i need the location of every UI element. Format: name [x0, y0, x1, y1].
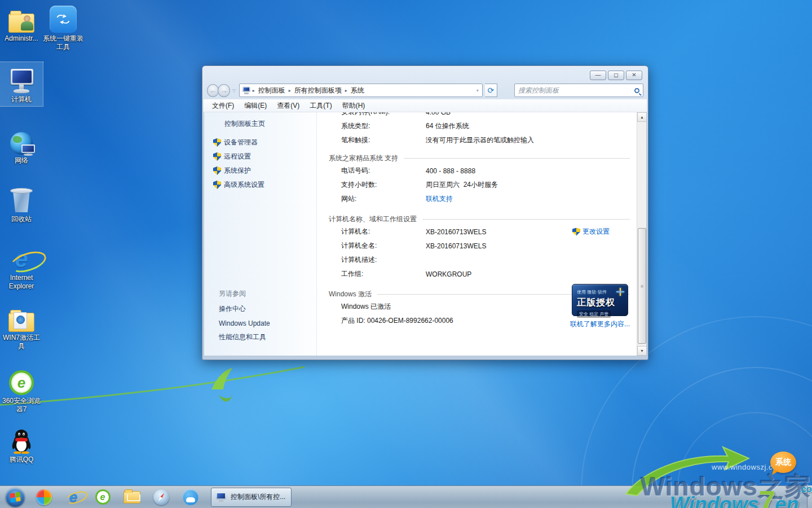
row-label: 计算机名: — [341, 227, 426, 237]
back-button[interactable]: ← — [207, 84, 219, 97]
scroll-up-icon[interactable]: ▲ — [637, 112, 647, 122]
sidebar-performance-tools[interactable]: 性能信息和工具 — [204, 330, 316, 344]
taskbar-ie-button[interactable]: e — [59, 487, 88, 507]
taskbar-360-browser-button[interactable]: e — [88, 487, 117, 507]
360-browser-icon: e — [9, 366, 34, 395]
badge-line3: 安全 稳定 声誉 — [577, 310, 611, 318]
crumb-separator-icon: ▸ — [288, 88, 292, 93]
support-section-header: 系统之家精品系统 支持 — [329, 152, 637, 164]
desktop-icon-administrator[interactable]: Administr... — [0, 3, 43, 43]
row-value: 产品 ID: 00426-OEM-8992662-00006 — [341, 316, 453, 326]
search-input[interactable] — [518, 86, 634, 94]
active-task-label: 控制面板\所有控... — [231, 492, 285, 502]
sidebar-device-manager[interactable]: 设备管理器 — [204, 135, 316, 150]
change-settings-link[interactable]: 更改设置 — [582, 227, 610, 237]
breadcrumb-system[interactable]: 系统 — [349, 85, 366, 97]
sidebar-item-label: 系统保护 — [224, 166, 251, 176]
network-globe-icon — [10, 125, 33, 155]
row-value: XB-20160713WELS — [426, 242, 486, 250]
desktop-icon-reinstall-tool[interactable]: 系统一键重装工具 — [42, 3, 85, 51]
section-title: Windows 激活 — [329, 290, 372, 299]
sidebar-item-label: 远程设置 — [224, 152, 251, 161]
window-content: 控制面板主页 设备管理器 远程设置 系统保护 — [204, 112, 647, 356]
taskbar: e e 控制面板\所有控... — [0, 485, 812, 508]
desktop-icon-label: 360安全浏览器7 — [1, 397, 42, 414]
row-label: 安装内存(RAM): — [341, 112, 426, 117]
control-panel-icon — [215, 492, 227, 502]
section-title: 计算机名称、域和工作组设置 — [329, 214, 417, 224]
maximize-button[interactable]: ◻ — [608, 71, 624, 80]
360-safety-icon — [36, 489, 52, 505]
breadcrumb-all-items[interactable]: 所有控制面板项 — [293, 85, 343, 97]
genuine-software-badge[interactable]: 使用 微软·软件 正版授权 安全 稳定 声誉 — [572, 284, 628, 316]
section-title: 系统之家精品系统 支持 — [329, 154, 398, 163]
uac-shield-icon — [213, 167, 221, 175]
refresh-button[interactable]: ⟳ — [485, 84, 497, 97]
crumb-separator-icon: ▸ — [252, 88, 255, 93]
close-button[interactable]: ✕ — [626, 71, 642, 80]
desktop-icon-label: 回收站 — [11, 215, 32, 224]
taskbar-qq-browser-button[interactable] — [176, 487, 205, 507]
sidebar-action-center[interactable]: 操作中心 — [204, 302, 316, 316]
taskbar-explorer-button[interactable] — [117, 487, 147, 507]
vertical-scrollbar[interactable]: ▲ ≡ ▼ — [637, 112, 646, 356]
start-button[interactable] — [6, 488, 25, 507]
desktop-icon-360-browser[interactable]: e 360安全浏览器7 — [0, 366, 43, 414]
windows-flag-icon — [10, 492, 20, 502]
scroll-down-icon[interactable]: ▼ — [637, 346, 647, 356]
row-label: 工作组: — [341, 269, 426, 279]
menu-file[interactable]: 文件(F) — [207, 99, 239, 112]
menu-help[interactable]: 帮助(H) — [337, 99, 370, 112]
sidebar-control-panel-home[interactable]: 控制面板主页 — [204, 112, 316, 129]
sidebar-item-label: 设备管理器 — [224, 138, 258, 147]
sidebar-remote-settings[interactable]: 远程设置 — [204, 150, 316, 164]
qq-browser-icon — [183, 489, 198, 505]
address-dropdown-icon[interactable]: ▾ — [476, 88, 479, 93]
see-also-header: 另请参阅 — [204, 289, 316, 302]
sidebar: 控制面板主页 设备管理器 远程设置 系统保护 — [204, 112, 317, 356]
taskbar-360-safety-button[interactable] — [29, 487, 59, 507]
minimize-button[interactable]: — — [590, 71, 606, 80]
row-label: 电话号码: — [341, 166, 426, 176]
window-titlebar[interactable]: — ◻ ✕ — [204, 66, 647, 82]
forward-button[interactable]: → — [218, 84, 230, 97]
breadcrumb-control-panel[interactable]: 控制面板 — [257, 85, 287, 97]
search-icon[interactable] — [634, 88, 639, 93]
learn-more-online-link[interactable]: 联机了解更多内容... — [570, 319, 630, 329]
menu-tools[interactable]: 工具(T) — [304, 99, 337, 112]
recent-pages-dropdown-icon[interactable]: ▽ — [232, 88, 236, 93]
desktop-icon-internet-explorer[interactable]: e Internet Explorer — [0, 243, 43, 291]
info-row-description: 计算机描述: — [329, 253, 637, 267]
online-support-link[interactable]: 联机支持 — [426, 194, 453, 204]
row-value: XB-20160713WELS — [426, 228, 486, 236]
compass-browser-icon — [153, 489, 169, 505]
sidebar-advanced-settings[interactable]: 高级系统设置 — [204, 178, 316, 192]
search-box[interactable] — [514, 84, 643, 97]
taskbar-active-window-control-panel[interactable]: 控制面板\所有控... — [211, 488, 292, 507]
desktop-icon-computer[interactable]: 计算机 — [0, 62, 43, 106]
desktop-icon-qq[interactable]: 腾讯QQ — [0, 424, 43, 464]
row-value: Windows 已激活 — [341, 302, 391, 312]
info-row-system-type: 系统类型: 64 位操作系统 — [329, 119, 637, 133]
sidebar-item-label: 高级系统设置 — [224, 180, 264, 190]
address-bar[interactable]: ▸ 控制面板 ▸ 所有控制面板项 ▸ 系统 ▾ — [239, 84, 483, 97]
row-value: 4.00 GB — [426, 112, 451, 116]
system-control-panel-window: — ◻ ✕ ← → ▽ ▸ 控制面板 ▸ 所有控制面板项 ▸ 系统 ▾ ⟳ — [202, 65, 648, 360]
crumb-separator-icon: ▸ — [345, 88, 348, 93]
info-row-full-name: 计算机全名: XB-20160713WELS — [329, 239, 637, 253]
menu-edit[interactable]: 编辑(E) — [239, 99, 272, 112]
desktop-icon-recycle-bin[interactable]: 回收站 — [0, 184, 43, 224]
tray-clock[interactable]: 4 4 — [769, 494, 779, 502]
menu-view[interactable]: 查看(V) — [272, 99, 304, 112]
taskbar-compass-browser-button[interactable] — [147, 487, 176, 507]
scrollbar-thumb[interactable]: ≡ — [638, 228, 646, 344]
desktop-icon-network[interactable]: 网络 — [0, 125, 43, 165]
computer-monitor-icon — [8, 64, 34, 94]
change-settings[interactable]: 更改设置 — [572, 227, 610, 237]
show-desktop-button[interactable] — [807, 485, 812, 508]
desktop-icon-win7-activation-tool[interactable]: WIN7激活工具 — [0, 303, 43, 351]
sidebar-windows-update[interactable]: Windows Update — [204, 316, 316, 330]
desktop-icon-label: 网络 — [15, 156, 28, 165]
uac-shield-icon — [213, 152, 221, 161]
sidebar-system-protection[interactable]: 系统保护 — [204, 164, 316, 178]
